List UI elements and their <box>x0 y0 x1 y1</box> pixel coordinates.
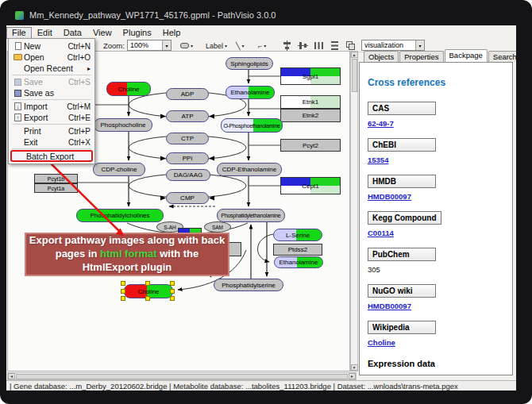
gene-box-pcyt1a[interactable]: Pcyt1a <box>34 183 78 193</box>
open-folder-icon <box>12 54 24 60</box>
gene-box-etnk1[interactable]: Etnk1 <box>280 95 341 109</box>
node-ppi[interactable]: PPi <box>166 152 209 164</box>
submenu-arrow-icon: ▸ <box>87 65 91 72</box>
annotation-callout: Export pathway images along with back pa… <box>25 233 229 276</box>
cross-references-heading: Cross references <box>368 77 504 88</box>
menu-item-print[interactable]: Print Ctrl+P <box>10 125 94 137</box>
vertical-scroll-thumb[interactable] <box>352 59 357 92</box>
tab-objects[interactable]: Objects <box>364 51 399 62</box>
menu-item-export[interactable]: ↑ Export Ctrl+E <box>10 112 94 123</box>
node-sphingolipids[interactable]: Sphingolipids <box>226 57 273 70</box>
distribute-horizontal-button[interactable] <box>311 40 326 52</box>
menu-edit[interactable]: Edit <box>32 27 58 39</box>
tab-backpage[interactable]: Backpage <box>445 49 488 62</box>
xref-header-kegg: Kegg Compound <box>368 211 441 225</box>
connector-tool-dropdown[interactable]: ⌐ ▾ <box>256 40 268 52</box>
menu-separator <box>12 124 91 125</box>
scroll-down-icon[interactable]: ▼ <box>351 364 358 371</box>
gene-box-pcyt1b[interactable]: Pcyt1b <box>34 174 78 183</box>
scroll-up-icon[interactable]: ▲ <box>351 52 358 58</box>
tab-search[interactable]: Search <box>488 51 516 62</box>
menu-data[interactable]: Data <box>58 27 87 39</box>
menu-item-save[interactable]: Save Ctrl+S <box>10 76 94 87</box>
node-dag-aag[interactable]: DAG/AAG <box>166 169 210 181</box>
menu-item-import[interactable]: ↓ Import Ctrl+M <box>10 101 94 112</box>
menu-item-exit[interactable]: Exit Ctrl+X <box>10 137 94 148</box>
scroll-right-icon[interactable]: ► <box>349 373 356 379</box>
xref-header-nugo: NuGO wiki <box>368 284 436 298</box>
menu-plugins[interactable]: Plugins <box>118 27 157 39</box>
callout-line1: Export pathway images along with back <box>26 234 228 248</box>
gene-box-ptdss2[interactable]: Ptdss2 <box>273 244 322 256</box>
node-cdp-ethanolamine[interactable]: CDP-Ethanolamine <box>217 163 282 176</box>
menu-item-batch-export[interactable]: Batch Export <box>10 150 93 162</box>
chevron-down-icon[interactable]: ▾ <box>162 40 171 50</box>
node-l-serine[interactable]: L-Serine <box>273 229 322 241</box>
xref-header-cas: CAS <box>368 102 436 115</box>
node-phosphatidylserine[interactable]: Phosphatidylserine <box>214 279 283 291</box>
xref-link-cas[interactable]: 62-49-7 <box>368 119 504 128</box>
chevron-down-icon: ▾ <box>241 43 244 48</box>
xref-link-hmdb[interactable]: HMDB00097 <box>368 192 504 201</box>
xref-link-kegg[interactable]: C00114 <box>368 229 504 237</box>
gene-box-cept1[interactable]: Cept1 <box>280 177 341 194</box>
menu-item-open[interactable]: Open Ctrl+O <box>10 52 94 63</box>
xref-value-pubchem: 305 <box>368 265 504 274</box>
selection-handle[interactable] <box>145 281 150 286</box>
node-sam[interactable]: SAM <box>204 221 231 233</box>
selection-handle[interactable] <box>145 296 150 301</box>
menu-file[interactable]: File <box>6 27 32 39</box>
stack-icon <box>345 40 356 51</box>
node-cmp[interactable]: CMP <box>166 192 209 204</box>
xref-link-nugo[interactable]: HMDB00097 <box>368 302 504 310</box>
datanode-dropdown[interactable]: ▾ <box>178 40 195 52</box>
align-middle-button[interactable] <box>295 40 310 52</box>
selection-handle[interactable] <box>121 296 125 301</box>
menu-help[interactable]: Help <box>157 27 187 39</box>
xref-link-chebi[interactable]: 15354 <box>368 156 504 164</box>
menu-separator <box>12 99 91 100</box>
gene-box-etnk2[interactable]: Etnk2 <box>280 109 341 122</box>
selection-handle[interactable] <box>170 296 175 301</box>
distribute-vertical-button[interactable] <box>327 40 342 52</box>
menu-item-open-recent[interactable]: Open Recent ▸ <box>10 63 94 74</box>
selection-handle[interactable] <box>170 289 175 294</box>
node-ctp[interactable]: CTP <box>166 133 209 144</box>
menu-item-new[interactable]: New Ctrl+N <box>10 40 94 52</box>
node-choline[interactable]: Choline <box>106 82 151 96</box>
canvas-vertical-scrollbar[interactable]: ▲ ▼ <box>350 51 358 371</box>
tab-properties[interactable]: Properties <box>399 51 443 62</box>
node-phosphatidylcholines[interactable]: Phosphatidylcholines <box>76 209 164 222</box>
xref-header-chebi: ChEBI <box>368 138 436 152</box>
node-phosphatidylethanolamine[interactable]: Phosphatidylethanolamine <box>217 209 285 222</box>
xref-header-wikipedia: Wikipedia <box>368 321 436 334</box>
line-tool-dropdown[interactable]: ╲ ▾ <box>233 40 246 52</box>
datanode-icon <box>180 43 189 48</box>
node-o-phosphoethanolamine[interactable]: O-Phosphoethanolamine <box>221 118 283 133</box>
zoom-combo[interactable]: 100% ▾ <box>127 40 172 51</box>
label-dropdown[interactable]: Label ▾ <box>203 40 229 52</box>
horizontal-scroll-thumb[interactable] <box>16 374 348 379</box>
node-ethanolamine[interactable]: Ethanolamine <box>226 86 275 99</box>
gene-box-pcyt2[interactable]: Pcyt2 <box>280 139 341 152</box>
canvas-horizontal-scrollbar[interactable]: ◄ ► <box>7 372 357 380</box>
export-icon: ↑ <box>12 114 24 121</box>
node-phosphocholine[interactable]: Phosphocholine <box>94 118 152 132</box>
selection-handle[interactable] <box>121 281 125 286</box>
selection-handle[interactable] <box>170 281 175 286</box>
stack-button[interactable] <box>343 40 358 52</box>
node-cdp-choline[interactable]: CDP-choline <box>93 163 145 176</box>
node-atp[interactable]: ATP <box>166 110 209 122</box>
xref-link-wikipedia[interactable]: Choline <box>368 338 504 347</box>
node-ethanolamine-2[interactable]: Ethanolamine <box>274 256 323 268</box>
scroll-left-icon[interactable]: ◄ <box>8 373 15 379</box>
menu-item-save-as[interactable]: Save as <box>10 87 94 98</box>
selection-handle[interactable] <box>121 289 125 294</box>
gene-box-sgpl1[interactable]: Sgpl1 <box>280 67 341 85</box>
align-center-button[interactable] <box>279 40 295 52</box>
connector-tool-icon: ⌐ <box>258 42 262 50</box>
node-adp[interactable]: ADP <box>166 88 209 100</box>
menu-view[interactable]: View <box>87 27 118 39</box>
callout-line3: HtmlExport plugin <box>26 261 228 275</box>
side-panel-tabs: Objects Properties Backpage Search Legen… <box>359 49 515 62</box>
